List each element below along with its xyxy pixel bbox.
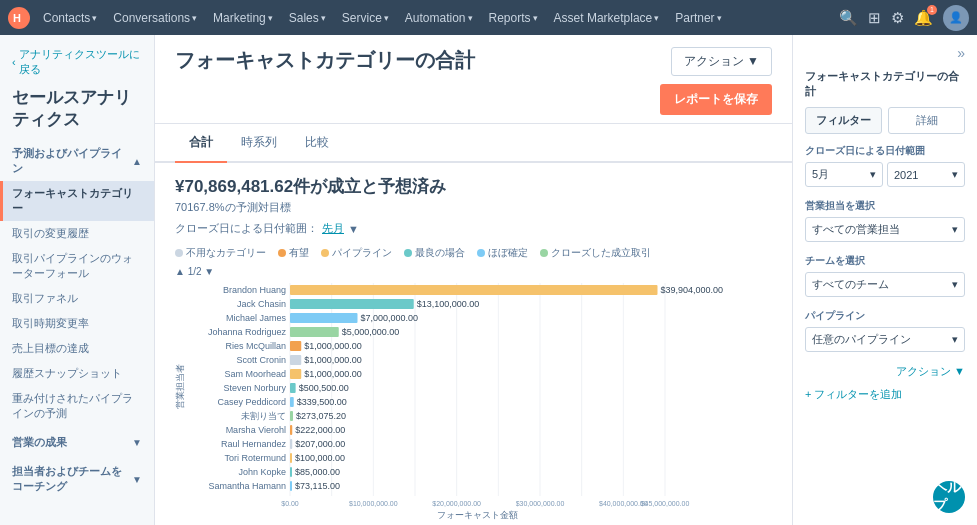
nav-reports[interactable]: Reports ▾: [482, 7, 545, 29]
svg-text:$45,000,000.00: $45,000,000.00: [641, 500, 690, 507]
sidebar-item-weighted-pipeline[interactable]: 重み付けされたパイプラインの予測: [0, 386, 154, 426]
tab-compare[interactable]: 比較: [291, 124, 343, 163]
bar-chart-svg: Brandon Huang$39,904,000.00Jack Chasin$1…: [175, 281, 755, 523]
sidebar-item-forecast-category[interactable]: フォーキャストカテゴリー: [0, 181, 154, 221]
chevron-down-icon-pipeline: ▾: [952, 333, 958, 346]
sidebar-section-sales-results: 営業の成果 ▼: [0, 430, 154, 455]
svg-rect-19: [290, 313, 358, 323]
detail-button[interactable]: 詳細: [888, 107, 965, 134]
nav-marketing[interactable]: Marketing ▾: [206, 7, 280, 29]
rep-select[interactable]: すべての営業担当 ▾: [805, 217, 965, 242]
sidebar-item-deal-funnel[interactable]: 取引ファネル: [0, 286, 154, 311]
pipeline-label: パイプライン: [805, 309, 965, 323]
svg-text:Tori Rotermund: Tori Rotermund: [224, 453, 286, 463]
svg-text:$20,000,000.00: $20,000,000.00: [432, 500, 481, 507]
svg-text:Brandon Huang: Brandon Huang: [223, 285, 286, 295]
svg-text:未割り当て: 未割り当て: [241, 411, 286, 421]
sidebar-section-coaching: 担当者およびチームをコーチング ▼: [0, 459, 154, 499]
team-select[interactable]: すべてのチーム ▾: [805, 272, 965, 297]
nav-asset-marketplace[interactable]: Asset Marketplace ▾: [547, 7, 667, 29]
sidebar-item-history-snapshot[interactable]: 履歴スナップショット: [0, 361, 154, 386]
chart-legend: 不用なカテゴリー有望パイプライン最良の場合ほぼ確定クローズした成立取引: [175, 246, 772, 260]
date-select-row: 5月 ▾ 2021 ▾: [805, 162, 965, 187]
hubspot-logo[interactable]: H: [8, 7, 30, 29]
nav-contacts[interactable]: Contacts ▾: [36, 7, 104, 29]
svg-text:Ries McQuillan: Ries McQuillan: [225, 341, 286, 351]
team-section: チームを選択 すべてのチーム ▾: [805, 254, 965, 297]
svg-text:$85,000.00: $85,000.00: [295, 467, 340, 477]
svg-text:$73,115.00: $73,115.00: [295, 481, 340, 491]
year-select[interactable]: 2021 ▾: [887, 162, 965, 187]
chevron-down-icon-month: ▾: [870, 168, 876, 181]
save-report-button[interactable]: レポートを保存: [660, 84, 772, 115]
sidebar: ‹ アナリティクスツールに戻る セールスアナリティクス 予測およびパイプライン …: [0, 35, 155, 525]
right-panel-title: フォーキャストカテゴリーの合計: [805, 69, 965, 99]
collapse-panel-button[interactable]: »: [805, 45, 965, 61]
svg-text:$1,000,000.00: $1,000,000.00: [304, 355, 362, 365]
chevron-down-icon-year: ▾: [952, 168, 958, 181]
svg-text:フォーキャスト金額: フォーキャスト金額: [437, 510, 518, 520]
svg-text:Marsha Vierohl: Marsha Vierohl: [226, 425, 286, 435]
search-icon[interactable]: 🔍: [839, 9, 858, 27]
date-filter-row: クローズ日による日付範囲： 先月 ▼: [175, 221, 772, 236]
svg-text:Steven Norbury: Steven Norbury: [223, 383, 286, 393]
user-avatar[interactable]: 👤: [943, 5, 969, 31]
sidebar-section-header-results[interactable]: 営業の成果 ▼: [0, 430, 154, 455]
sidebar-item-deal-history[interactable]: 取引の変更履歴: [0, 221, 154, 246]
svg-rect-40: [290, 411, 293, 421]
sidebar-section-header-coaching[interactable]: 担当者およびチームをコーチング ▼: [0, 459, 154, 499]
svg-rect-28: [290, 355, 301, 365]
svg-text:$1,000,000.00: $1,000,000.00: [304, 369, 362, 379]
svg-text:Casey Peddicord: Casey Peddicord: [217, 397, 286, 407]
sidebar-section-header-forecast[interactable]: 予測およびパイプライン ▲: [0, 141, 154, 181]
nav-partner[interactable]: Partner ▾: [668, 7, 728, 29]
tab-timeseries[interactable]: 時系列: [227, 124, 291, 163]
help-button[interactable]: ヘルプ: [933, 481, 965, 513]
legend-item: クローズした成立取引: [540, 246, 651, 260]
team-label: チームを選択: [805, 254, 965, 268]
date-range-link[interactable]: 先月: [322, 221, 344, 236]
legend-item: パイプライン: [321, 246, 392, 260]
date-range-label: クローズ日による日付範囲: [805, 144, 965, 158]
legend-item: 有望: [278, 246, 309, 260]
svg-text:$5,000,000.00: $5,000,000.00: [342, 327, 400, 337]
svg-rect-34: [290, 383, 296, 393]
pipeline-select[interactable]: 任意のパイプライン ▾: [805, 327, 965, 352]
svg-rect-46: [290, 439, 292, 449]
chevron-down-icon-rep: ▾: [952, 223, 958, 236]
nav-service[interactable]: Service ▾: [335, 7, 396, 29]
chevron-down-icon-2: ▼: [132, 474, 142, 485]
big-stat: ¥70,869,481.62件が成立と予想済み: [175, 175, 772, 198]
svg-text:Scott Cronin: Scott Cronin: [236, 355, 286, 365]
add-filter-button[interactable]: + フィルターを追加: [805, 387, 965, 402]
page-title: フォーキャストカテゴリーの合計: [175, 47, 475, 74]
tab-total[interactable]: 合計: [175, 124, 227, 163]
action-button[interactable]: アクション ▼: [671, 47, 772, 76]
header-buttons: アクション ▼ レポートを保存: [660, 47, 772, 115]
sidebar-item-deal-waterfall[interactable]: 取引パイプラインのウォーターフォール: [0, 246, 154, 286]
nav-sales[interactable]: Sales ▾: [282, 7, 333, 29]
svg-text:$39,904,000.00: $39,904,000.00: [661, 285, 724, 295]
sidebar-section-forecast: 予測およびパイプライン ▲ フォーキャストカテゴリー 取引の変更履歴 取引パイプ…: [0, 141, 154, 426]
filter-button[interactable]: フィルター: [805, 107, 882, 134]
month-select[interactable]: 5月 ▾: [805, 162, 883, 187]
nav-conversations[interactable]: Conversations ▾: [106, 7, 204, 29]
svg-text:$1,000,000.00: $1,000,000.00: [304, 341, 362, 351]
settings-icon[interactable]: ⚙: [891, 9, 904, 27]
svg-rect-55: [290, 481, 292, 491]
svg-rect-31: [290, 369, 301, 379]
main-content: フォーキャストカテゴリーの合計 アクション ▼ レポートを保存 合計 時系列 比…: [155, 35, 792, 525]
chart-svg-wrapper: Brandon Huang$39,904,000.00Jack Chasin$1…: [175, 281, 772, 525]
grid-icon[interactable]: ⊞: [868, 9, 881, 27]
legend-item: ほぼ確定: [477, 246, 528, 260]
top-navigation: H Contacts ▾ Conversations ▾ Marketing ▾…: [0, 0, 977, 35]
svg-text:Jack Chasin: Jack Chasin: [237, 299, 286, 309]
panel-action-link[interactable]: アクション ▼: [805, 364, 965, 379]
sidebar-item-deal-period-change[interactable]: 取引時期変更率: [0, 311, 154, 336]
notification-icon[interactable]: 🔔 1: [914, 9, 933, 27]
svg-text:$207,000.00: $207,000.00: [295, 439, 345, 449]
svg-rect-16: [290, 299, 414, 309]
sidebar-item-sales-target[interactable]: 売上目標の達成: [0, 336, 154, 361]
nav-automation[interactable]: Automation ▾: [398, 7, 480, 29]
sidebar-back-link[interactable]: ‹ アナリティクスツールに戻る: [0, 43, 154, 85]
